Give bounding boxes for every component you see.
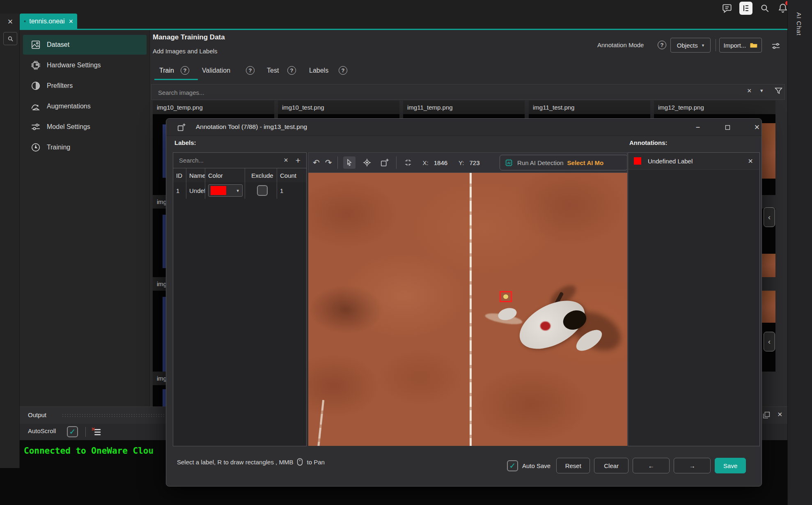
maximize-icon[interactable] [721,121,734,133]
tile-name[interactable]: img10_test.png [278,101,399,114]
image-search-bar [151,84,785,100]
redo-icon[interactable]: ↷ [325,158,332,168]
chevron-down-icon: ▾ [236,188,239,193]
tile-prev-icon[interactable]: ‹ [764,207,775,227]
dialog-close-icon[interactable]: × [751,121,763,133]
label-color-cell: ▾ [205,182,245,199]
col-exclude[interactable]: Exclude [245,168,277,182]
minimize-icon[interactable]: − [692,121,704,133]
sidebar-item-dataset[interactable]: Dataset [23,35,147,55]
output-separator [85,427,86,437]
fit-view-icon[interactable] [402,156,414,169]
clear-search-icon[interactable]: × [747,87,752,95]
tile-name[interactable]: img11_temp.png [403,101,525,114]
col-color[interactable]: Color [205,168,245,182]
clear-button[interactable]: Clear [594,458,628,473]
strip-close-icon[interactable]: × [5,16,16,27]
run-ai-detection-button[interactable]: AI Run AI Detection Select AI Mo [500,155,627,170]
exclude-checkbox[interactable] [257,185,268,196]
auto-save-checkbox[interactable]: ✓ [507,460,518,471]
strip-search-button[interactable] [3,32,17,45]
train-help-icon[interactable]: ? [181,66,189,75]
sidebar-item-model-settings[interactable]: Model Settings [23,117,147,137]
label-id: 1 [173,182,186,199]
layout-list-icon[interactable] [739,2,752,15]
col-name[interactable]: Name [186,168,205,182]
annotation-mode-dropdown[interactable]: Objects ▾ [670,38,711,53]
sidebar-item-prefilters[interactable]: Prefilters [23,76,147,96]
tab-train[interactable]: Train [159,67,174,74]
sidebar-item-label: Prefilters [47,82,73,90]
chevron-down-icon: ▾ [702,43,704,48]
view-options-icon[interactable] [771,41,781,51]
output-close-icon[interactable]: × [778,410,782,419]
tile-name[interactable]: img12_temp.png [654,101,775,114]
tab-labels[interactable]: Labels [309,67,328,74]
tile-name[interactable]: img10_temp.png [153,101,274,114]
annotation-canvas[interactable] [308,173,627,446]
annotation-mode-help-icon[interactable]: ? [658,41,666,49]
select-tool-icon[interactable] [343,156,356,169]
add-label-icon[interactable]: + [296,156,300,165]
ai-chat-label[interactable]: AI Chat [796,12,803,62]
label-row[interactable]: 1 Undefined ▾ 1 [173,182,306,199]
tab-title: tennis.oneai [29,18,64,25]
tab-close-icon[interactable]: × [69,17,73,26]
filter-icon[interactable] [774,87,783,95]
annotation-list-item[interactable]: Undefined Label × [628,153,759,170]
app-window: AI Chat × AI tennis.oneai × Dataset Hard… [0,0,812,505]
tab-test[interactable]: Test [267,67,279,74]
check-icon: ✓ [69,428,76,436]
train-tab-underline [154,79,198,80]
court-center-line [470,173,472,446]
annotation-box[interactable] [500,291,512,302]
image-search-input[interactable] [157,86,693,99]
tab-tennis-oneai[interactable]: AI tennis.oneai × [20,14,77,29]
labels-help-icon[interactable]: ? [339,66,347,75]
cursor-y-value: 723 [469,159,479,166]
annotation-tool-dialog: Annotation Tool (7/88) - img13_test.png … [166,118,762,487]
sidebar-item-hardware-settings[interactable]: Hardware Settings [23,55,147,75]
footer-hint: Select a label, R to draw rectangles , M… [177,458,325,466]
col-id[interactable]: ID [173,168,186,182]
labels-clear-search-icon[interactable]: × [284,156,288,165]
save-button[interactable]: Save [715,458,746,473]
mouse-icon [296,458,303,466]
tab-validation[interactable]: Validation [202,67,230,74]
undo-icon[interactable]: ↶ [313,158,320,168]
test-help-icon[interactable]: ? [287,66,296,75]
validation-help-icon[interactable]: ? [246,66,255,75]
console-corner [0,468,20,505]
pan-tool-icon[interactable] [361,156,373,169]
import-button[interactable]: Import... [719,38,762,53]
labels-search-input[interactable] [178,156,262,164]
popout-icon[interactable] [762,411,771,420]
reset-button[interactable]: Reset [556,458,590,473]
add-rectangle-icon[interactable] [378,156,391,169]
sidebar-item-training[interactable]: Training [23,138,147,157]
tile-prev-icon[interactable]: ‹ [764,332,775,351]
color-dropdown[interactable]: ▾ [208,184,243,197]
select-ai-model-link[interactable]: Select AI Mo [567,159,608,166]
annotation-toolbar: ↶ ↷ X: 1846 Y: 723 [308,152,627,173]
search-dropdown-icon[interactable]: ▾ [760,87,763,94]
output-title: Output [28,411,46,418]
col-count[interactable]: Count [277,168,306,182]
autoscroll-checkbox[interactable]: ✓ [67,426,78,437]
sidebar-item-augmentations[interactable]: Augmentations [23,96,147,116]
sidebar-item-label: Model Settings [47,123,90,131]
search-icon[interactable] [758,2,771,15]
image-icon [30,39,41,50]
tile-name[interactable]: img11_test.png [529,101,650,114]
next-image-button[interactable]: → [674,458,711,473]
prev-image-button[interactable]: ← [633,458,670,473]
svg-text:AI: AI [507,161,510,165]
delete-annotation-icon[interactable]: × [748,156,753,166]
tennis-ball [503,294,508,299]
toolbar-separator [396,156,397,169]
clear-console-icon[interactable] [91,427,101,437]
ai-chat-sidebar [787,0,812,505]
dialog-title: Annotation Tool (7/88) - img13_test.png [196,123,307,131]
chat-icon[interactable] [720,2,734,15]
left-strip [0,14,20,505]
